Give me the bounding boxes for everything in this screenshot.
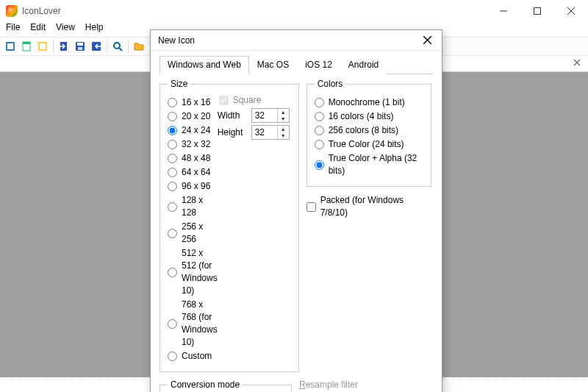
colors-fieldset: Colors Monochrome (1 bit)16 colors (4 bi… [306,79,431,187]
size-radio[interactable]: 20 x 20 [168,110,218,123]
dialog-titlebar[interactable]: New Icon [151,30,442,51]
color-radio[interactable]: True Color + Alpha (32 bits) [315,152,423,177]
size-radio[interactable]: 512 x 512 (for Windows 10) [168,247,218,297]
colors-legend: Colors [315,79,346,89]
svg-rect-6 [40,43,46,49]
tb-search-icon[interactable] [110,39,125,54]
tb-sep [107,40,107,53]
size-radio[interactable]: 48 x 48 [168,152,218,165]
menu-view[interactable]: View [56,22,75,37]
svg-rect-4 [23,42,30,44]
tb-folder-open-icon[interactable] [132,39,146,54]
tb-save-icon[interactable] [73,39,87,54]
size-radio[interactable]: 64 x 64 [168,166,218,179]
window-controls [487,0,588,22]
svg-rect-10 [78,47,82,50]
width-input[interactable] [252,110,277,121]
up-icon[interactable]: ▲ [278,109,289,115]
size-radio[interactable]: 32 x 32 [168,138,218,151]
packed-checkbox[interactable]: Packed (for Windows 7/8/10) [306,194,433,219]
down-icon[interactable]: ▼ [278,115,289,122]
dialog-title: New Icon [158,35,195,46]
tabstrip-close-icon[interactable] [573,58,584,68]
svg-rect-2 [7,43,13,49]
down-icon[interactable]: ▼ [278,132,289,139]
size-legend: Size [168,79,190,89]
size-radio[interactable]: 256 x 256 [168,221,218,246]
square-checkbox[interactable]: Square [219,95,291,105]
width-label: Width [218,110,247,121]
resample-label: Resample filter [299,379,433,390]
conversion-fieldset: Conversion mode Cut Dither Gray Scale [159,379,292,392]
menu-file[interactable]: File [6,22,20,37]
size-radio[interactable]: Custom [168,350,218,363]
height-input[interactable] [252,127,277,138]
new-icon-dialog: New Icon Windows and Web Mac OS iOS 12 A… [150,29,442,392]
size-fieldset: Size 16 x 1620 x 2024 x 2432 x 3248 x 48… [159,79,299,372]
size-radio[interactable]: 768 x 768 (for Windows 10) [168,299,218,349]
menu-edit[interactable]: Edit [30,22,46,37]
minimize-button[interactable] [487,0,520,22]
tab-macos[interactable]: Mac OS [249,56,297,74]
app-title: IconLover [22,6,61,16]
menu-help[interactable]: Help [85,22,104,37]
maximize-button[interactable] [520,0,554,22]
tb-import-icon[interactable] [57,39,71,54]
color-radio[interactable]: 256 colors (8 bits) [315,124,423,137]
close-button[interactable] [554,0,588,22]
svg-rect-9 [77,43,83,46]
tab-ios[interactable]: iOS 12 [297,56,340,74]
svg-rect-0 [534,8,541,15]
svg-point-12 [114,43,120,49]
tab-windows-web[interactable]: Windows and Web [159,56,249,74]
color-radio[interactable]: 16 colors (4 bits) [315,110,423,123]
size-radio[interactable]: 128 x 128 [168,194,218,219]
size-radio[interactable]: 16 x 16 [168,96,218,109]
dialog-tabs: Windows and Web Mac OS iOS 12 Android [159,55,433,74]
tb-sep [53,40,54,53]
up-icon[interactable]: ▲ [278,126,289,132]
tb-sep [128,40,129,53]
size-radio[interactable]: 24 x 24 [168,124,218,137]
conversion-legend: Conversion mode [168,379,243,390]
app-icon [6,5,18,17]
height-spinner[interactable]: ▲▼ [251,125,290,140]
size-radio[interactable]: 96 x 96 [168,180,218,193]
tb-open-icon[interactable] [35,39,50,54]
color-radio[interactable]: True Color (24 bits) [315,138,423,151]
tab-android[interactable]: Android [340,56,387,74]
dialog-close-button[interactable] [417,32,437,49]
tb-new-icon[interactable] [3,39,18,54]
resample-section: Resample filter Auto ▼ [299,379,433,392]
color-radio[interactable]: Monochrome (1 bit) [315,96,423,109]
main-titlebar: IconLover [0,0,588,22]
width-spinner[interactable]: ▲▼ [251,108,290,123]
tb-new-doc-icon[interactable] [19,39,34,54]
height-label: Height [218,127,247,138]
tb-export-icon[interactable] [89,39,104,54]
